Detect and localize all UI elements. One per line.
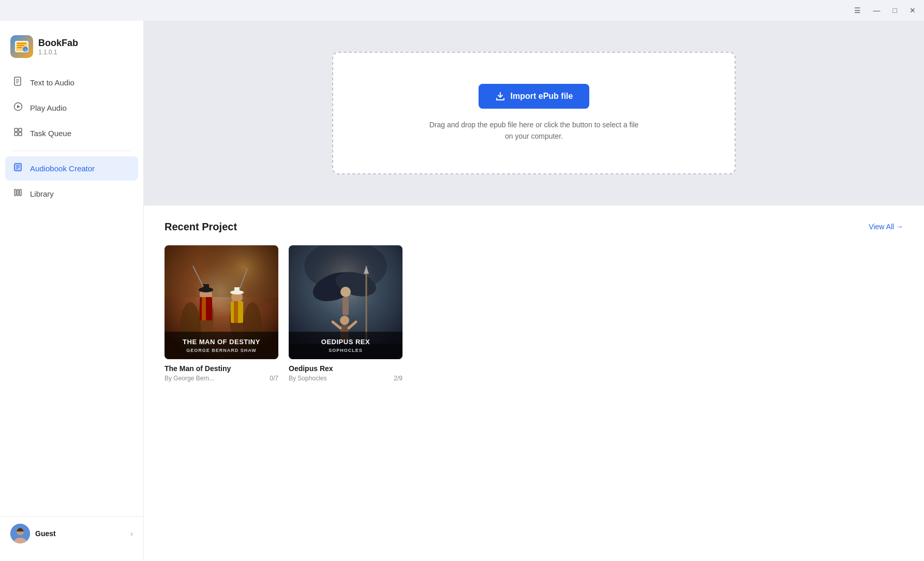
svg-rect-35 <box>203 284 209 291</box>
logo-svg: ♪ <box>14 39 29 54</box>
book1-cover-title: THE MAN OF DESTINY <box>171 338 272 347</box>
sidebar-item-label-audiobook-creator: Audiobook Creator <box>30 164 95 173</box>
project-card-oedipus-rex[interactable]: OEDIPUS REX SOPHOCLES Oedipus Rex By Sop… <box>289 245 403 382</box>
svg-rect-22 <box>14 189 16 196</box>
title-bar: ☰ — □ ✕ <box>0 0 924 21</box>
project-progress-2: 2/9 <box>394 375 403 382</box>
menu-button[interactable]: ☰ <box>852 4 863 17</box>
svg-marker-12 <box>17 105 20 108</box>
svg-rect-15 <box>14 132 18 136</box>
app-name: BookFab <box>38 38 78 49</box>
recent-header: Recent Project View All → <box>165 221 903 233</box>
window-controls: ☰ — □ ✕ <box>852 4 918 17</box>
library-icon <box>12 188 24 200</box>
book1-cover-author: GEORGE BERNARD SHAW <box>171 348 272 353</box>
avatar <box>10 524 30 543</box>
user-name: Guest <box>35 529 125 538</box>
close-button[interactable]: ✕ <box>907 4 918 17</box>
svg-rect-14 <box>19 128 22 131</box>
grid-icon <box>12 127 24 139</box>
book2-cover-title: OEDIPUS REX <box>295 338 396 347</box>
svg-rect-2 <box>17 43 26 44</box>
sidebar-item-library[interactable]: Library <box>5 182 138 206</box>
logo-area: ♪ BookFab 1.1.0.1 <box>0 31 143 70</box>
logo-text: BookFab 1.1.0.1 <box>38 38 78 56</box>
app-logo-icon: ♪ <box>10 35 33 58</box>
recent-section: Recent Project View All → <box>144 205 924 561</box>
svg-point-55 <box>340 316 349 325</box>
project-card-man-of-destiny[interactable]: THE MAN OF DESTINY GEORGE BERNARD SHAW T… <box>165 245 278 382</box>
project-name-2: Oedipus Rex <box>289 364 403 373</box>
recent-title: Recent Project <box>165 221 237 233</box>
project-author-2: By Sophocles <box>289 375 326 382</box>
book-icon <box>12 163 24 174</box>
sidebar-item-label-text-to-audio: Text to Audio <box>30 78 74 87</box>
project-progress-1: 0/7 <box>270 375 278 382</box>
book2-title-overlay: OEDIPUS REX SOPHOCLES <box>289 332 403 359</box>
drop-hint: Drag and drop the epub file here or clic… <box>425 119 643 142</box>
book2-cover-author: SOPHOCLES <box>295 348 396 353</box>
project-cover-1: THE MAN OF DESTINY GEORGE BERNARD SHAW <box>165 245 278 359</box>
svg-rect-54 <box>342 297 349 315</box>
sidebar-item-label-task-queue: Task Queue <box>30 129 71 138</box>
svg-rect-3 <box>17 45 24 46</box>
view-all-link[interactable]: View All → <box>869 223 903 231</box>
svg-rect-43 <box>234 301 238 323</box>
svg-rect-23 <box>17 189 19 196</box>
svg-rect-31 <box>165 245 278 297</box>
avatar-svg <box>10 524 30 543</box>
maximize-button[interactable]: □ <box>891 4 899 17</box>
svg-rect-13 <box>14 128 18 131</box>
sidebar-item-text-to-audio[interactable]: Text to Audio <box>5 70 138 95</box>
sidebar-item-play-audio[interactable]: Play Audio <box>5 96 138 120</box>
user-chevron-icon: › <box>130 529 133 538</box>
project-cover-2: OEDIPUS REX SOPHOCLES <box>289 245 403 359</box>
svg-rect-24 <box>20 189 21 196</box>
project-author-1: By George Bern... <box>165 375 214 382</box>
svg-point-53 <box>340 287 351 297</box>
doc-icon <box>12 77 24 88</box>
user-area[interactable]: Guest › <box>0 516 143 551</box>
import-button-label: Import ePub file <box>511 92 573 101</box>
svg-rect-41 <box>234 287 240 293</box>
project-name-1: The Man of Destiny <box>165 364 278 373</box>
sidebar-item-task-queue[interactable]: Task Queue <box>5 121 138 145</box>
sidebar-item-label-library: Library <box>30 189 54 198</box>
sidebar: ♪ BookFab 1.1.0.1 Text <box>0 21 144 561</box>
drop-zone[interactable]: Import ePub file Drag and drop the epub … <box>332 52 736 174</box>
projects-grid: THE MAN OF DESTINY GEORGE BERNARD SHAW T… <box>165 245 903 382</box>
minimize-button[interactable]: — <box>871 4 883 17</box>
app-container: ♪ BookFab 1.1.0.1 Text <box>0 21 924 561</box>
play-icon <box>12 102 24 114</box>
svg-rect-37 <box>202 297 206 320</box>
top-section: Import ePub file Drag and drop the epub … <box>144 21 924 205</box>
project-meta-2: By Sophocles 2/9 <box>289 375 403 382</box>
project-meta-1: By George Bern... 0/7 <box>165 375 278 382</box>
import-icon <box>495 91 505 101</box>
sidebar-item-label-play-audio: Play Audio <box>30 104 67 112</box>
svg-rect-16 <box>19 132 22 136</box>
main-content: Import ePub file Drag and drop the epub … <box>144 21 924 561</box>
sidebar-item-audiobook-creator[interactable]: Audiobook Creator <box>5 156 138 181</box>
svg-rect-4 <box>17 47 22 48</box>
svg-text:♪: ♪ <box>24 48 26 52</box>
nav-divider <box>12 151 131 151</box>
book1-title-overlay: THE MAN OF DESTINY GEORGE BERNARD SHAW <box>165 332 278 359</box>
nav-section: Text to Audio Play Audio <box>0 70 143 516</box>
import-epub-button[interactable]: Import ePub file <box>479 84 590 109</box>
app-version: 1.1.0.1 <box>38 49 78 56</box>
